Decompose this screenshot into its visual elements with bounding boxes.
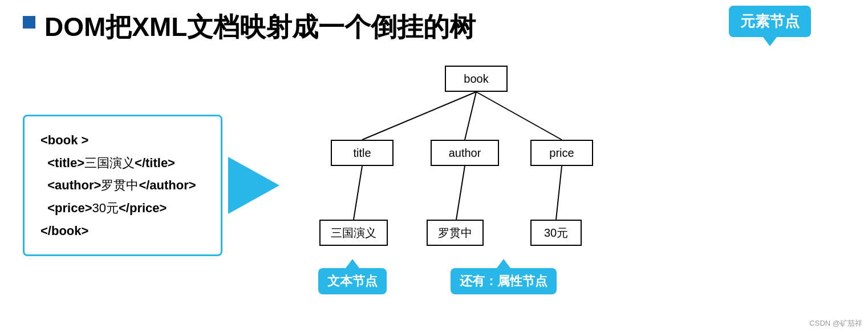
tree-diagram: book title author price 三国演义 罗贯中 — [285, 60, 845, 311]
title-bullet — [23, 16, 35, 29]
attr-node-callout: 还有：属性节点 — [451, 268, 557, 294]
svg-line-3 — [354, 166, 362, 220]
xml-line-1: <book > — [40, 129, 205, 152]
xml-code-box: <book > <title>三国演义</title> <author>罗贯中<… — [23, 115, 222, 256]
arrow-container — [222, 157, 285, 214]
tree-node-price-val: 30元 — [530, 220, 582, 246]
title-row: DOM把XML文档映射成一个倒挂的树 元素节点 — [23, 11, 845, 43]
svg-line-0 — [362, 92, 476, 140]
svg-line-1 — [465, 92, 476, 140]
xml-line-4: <price>30元</price> — [40, 197, 205, 220]
content-area: <book > <title>三国演义</title> <author>罗贯中<… — [23, 60, 845, 311]
right-arrow-icon — [228, 157, 279, 214]
main-title: DOM把XML文档映射成一个倒挂的树 — [44, 11, 476, 43]
text-node-callout: 文本节点 — [318, 268, 387, 294]
page: DOM把XML文档映射成一个倒挂的树 元素节点 <book > <title>三… — [0, 0, 868, 332]
tree-node-title-val: 三国演义 — [319, 220, 388, 246]
element-node-callout: 元素节点 — [729, 6, 811, 37]
tree-node-price: price — [530, 140, 593, 166]
tree-node-author-val: 罗贯中 — [427, 220, 484, 246]
tree-node-author: author — [431, 140, 499, 166]
tree-node-title: title — [331, 140, 394, 166]
xml-line-2: <title>三国演义</title> — [40, 152, 205, 175]
watermark: CSDN @矿茄祥 — [809, 318, 862, 329]
svg-line-2 — [476, 92, 562, 140]
svg-line-5 — [556, 166, 562, 220]
xml-line-5: </book> — [40, 220, 205, 242]
xml-line-3: <author>罗贯中</author> — [40, 174, 205, 197]
svg-line-4 — [456, 166, 465, 220]
tree-node-book: book — [445, 66, 508, 92]
